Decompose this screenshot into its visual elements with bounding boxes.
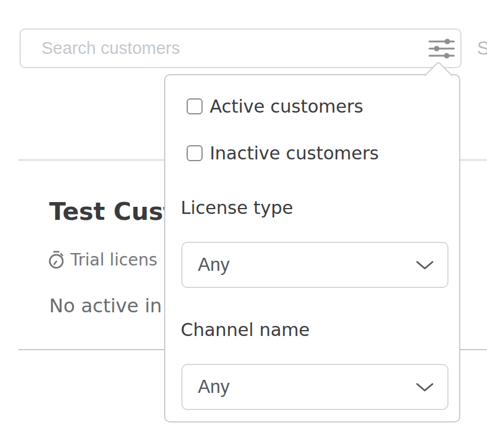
license-type-text: Trial licens [71, 250, 158, 270]
chevron-down-icon [415, 260, 434, 270]
license-type-select[interactable]: Any [181, 242, 448, 288]
sort-control-fragment[interactable]: S [477, 37, 487, 59]
sliders-icon [427, 37, 456, 60]
filter-popover: Active customers Inactive customers Lice… [164, 74, 460, 423]
channel-name-select[interactable]: Any [181, 364, 448, 410]
active-customers-label: Active customers [210, 96, 363, 117]
customer-name[interactable]: Test Cust [49, 197, 175, 226]
inactive-customers-label: Inactive customers [210, 143, 379, 164]
filter-button[interactable] [422, 30, 460, 67]
chevron-down-icon [415, 382, 434, 392]
filter-option-active-customers[interactable]: Active customers [187, 95, 363, 117]
search-bar [20, 28, 462, 68]
license-row: Trial licens [48, 250, 158, 270]
active-customers-checkbox[interactable] [187, 98, 203, 114]
license-type-selected-value: Any [198, 254, 415, 276]
customer-status-text: No active in [49, 295, 162, 317]
customers-page: S Test Cust Trial licens No active in Ac… [0, 0, 487, 448]
license-type-label: License type [181, 197, 293, 218]
inactive-customers-checkbox[interactable] [187, 145, 203, 161]
search-input[interactable] [21, 30, 422, 67]
stopwatch-icon [48, 251, 65, 269]
channel-name-selected-value: Any [198, 376, 415, 398]
filter-option-inactive-customers[interactable]: Inactive customers [187, 142, 379, 164]
channel-name-label: Channel name [181, 319, 310, 340]
